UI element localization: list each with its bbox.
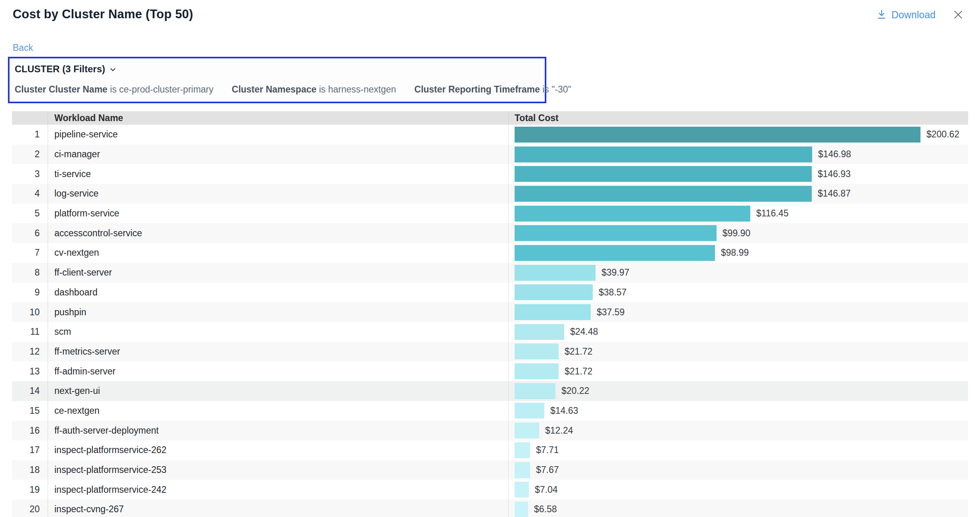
cost-bar[interactable]: [515, 206, 750, 222]
cost-value: $146.87: [818, 188, 851, 199]
cost-bar[interactable]: [515, 225, 717, 241]
cost-bar[interactable]: [515, 462, 530, 478]
cost-cell: $37.59: [508, 302, 968, 322]
close-icon: [952, 9, 964, 21]
cost-cell: $6.58: [508, 500, 968, 517]
filter-summary-label: CLUSTER (3 Filters): [15, 64, 105, 75]
cost-cell: $38.57: [508, 283, 968, 303]
filter-summary-toggle[interactable]: CLUSTER (3 Filters): [15, 64, 539, 75]
cost-value: $98.99: [721, 247, 749, 258]
table-row: 13ff-admin-server$21.72: [12, 361, 968, 381]
table-row: 5platform-service$116.45: [12, 204, 968, 224]
row-rank: 20: [12, 500, 48, 517]
close-button[interactable]: [952, 9, 964, 21]
cost-value: $20.22: [561, 386, 589, 396]
download-icon: [876, 9, 887, 20]
cost-value: $146.93: [818, 169, 851, 179]
workload-name: accesscontrol-service: [48, 223, 508, 243]
table-row: 1pipeline-service$200.62: [12, 125, 968, 145]
cost-bar[interactable]: [515, 186, 812, 202]
cost-bar[interactable]: [515, 166, 812, 182]
filter-field: Cluster Reporting Timeframe: [414, 84, 540, 95]
cost-bar[interactable]: [515, 284, 593, 300]
filter-item[interactable]: Cluster Cluster Name is ce-prod-cluster-…: [15, 84, 213, 95]
cost-cell: $200.62: [508, 125, 968, 145]
cost-cell: $146.93: [508, 164, 968, 184]
row-rank: 9: [12, 283, 48, 303]
download-button[interactable]: Download: [876, 9, 936, 21]
workload-name: ff-admin-server: [48, 361, 508, 381]
workload-name-column-header: Workload Name: [48, 111, 508, 125]
cost-bar[interactable]: [515, 147, 812, 162]
table-row: 14next-gen-ui$20.22: [12, 381, 968, 401]
cost-cell: $116.45: [508, 204, 968, 224]
table-row: 15ce-nextgen$14.63: [12, 401, 968, 421]
table-row: 12ff-metrics-server$21.72: [12, 342, 968, 362]
cost-bar[interactable]: [515, 442, 530, 458]
cost-cell: $14.63: [508, 401, 968, 421]
cost-bar[interactable]: [515, 422, 539, 438]
row-rank: 7: [12, 243, 48, 263]
table-body: 1pipeline-service$200.622ci-manager$146.…: [12, 125, 968, 517]
cost-bar[interactable]: [515, 363, 559, 379]
cost-value: $14.63: [550, 405, 578, 416]
cost-value: $24.48: [570, 326, 598, 337]
chevron-down-icon: [109, 66, 117, 74]
row-rank: 16: [12, 421, 48, 440]
row-rank: 3: [12, 164, 48, 184]
workload-name: next-gen-ui: [48, 381, 508, 401]
table-row: 18inspect-platformservice-253$7.67: [12, 460, 968, 480]
cost-value: $7.67: [536, 465, 559, 475]
back-link[interactable]: Back: [13, 42, 33, 53]
table-row: 6accesscontrol-service$99.90: [12, 223, 968, 243]
cost-value: $6.58: [534, 504, 557, 515]
filter-item[interactable]: Cluster Namespace is harness-nextgen: [232, 84, 396, 95]
cost-cell: $98.99: [508, 243, 968, 263]
filter-item[interactable]: Cluster Reporting Timeframe is "-30": [414, 84, 571, 95]
cost-bar[interactable]: [515, 127, 920, 143]
cost-bar[interactable]: [515, 383, 555, 399]
workload-name: scm: [48, 322, 508, 342]
cost-value: $99.90: [723, 228, 750, 239]
cost-bar[interactable]: [515, 482, 529, 498]
cost-value: $200.62: [926, 129, 959, 140]
cost-value: $21.72: [565, 366, 592, 377]
workload-name: ci-manager: [48, 145, 508, 164]
filter-items: Cluster Cluster Name is ce-prod-cluster-…: [15, 84, 539, 95]
workload-name: ff-client-server: [48, 263, 508, 283]
row-rank: 1: [12, 125, 48, 145]
row-rank: 4: [12, 184, 48, 204]
row-rank: 17: [12, 440, 48, 460]
row-rank: 14: [12, 381, 48, 401]
cost-bar[interactable]: [515, 245, 715, 261]
row-rank: 5: [12, 204, 48, 224]
cost-bar[interactable]: [515, 403, 544, 419]
filter-condition: is harness-nextgen: [319, 84, 396, 95]
cost-value: $146.98: [818, 149, 851, 160]
row-rank: 13: [12, 361, 48, 381]
cost-cell: $7.67: [508, 460, 968, 480]
cost-cell: $39.97: [508, 263, 968, 283]
table-row: 7cv-nextgen$98.99: [12, 243, 968, 263]
modal-header: Cost by Cluster Name (Top 50) Download: [0, 0, 980, 21]
workload-name: ti-service: [48, 164, 508, 184]
cost-value: $7.04: [535, 484, 558, 495]
cost-bar[interactable]: [515, 265, 596, 281]
cost-bar[interactable]: [515, 343, 559, 359]
cost-cell: $7.04: [508, 480, 968, 500]
table-header-row: Workload Name Total Cost: [12, 111, 968, 125]
table-row: 10pushpin$37.59: [12, 302, 968, 322]
row-rank: 2: [12, 145, 48, 164]
table-row: 19inspect-platformservice-242$7.04: [12, 480, 968, 500]
total-cost-column-header: Total Cost: [508, 111, 968, 125]
row-rank: 11: [12, 322, 48, 342]
cost-value: $116.45: [756, 208, 788, 219]
table-row: 20inspect-cvng-267$6.58: [12, 500, 968, 517]
cost-cell: $7.71: [508, 440, 968, 460]
cost-bar[interactable]: [515, 502, 528, 517]
cost-bar[interactable]: [515, 324, 564, 340]
workload-name: inspect-cvng-267: [48, 500, 508, 517]
workload-name: inspect-platformservice-253: [48, 460, 508, 480]
table-row: 3ti-service$146.93: [12, 164, 968, 184]
cost-bar[interactable]: [515, 304, 591, 320]
